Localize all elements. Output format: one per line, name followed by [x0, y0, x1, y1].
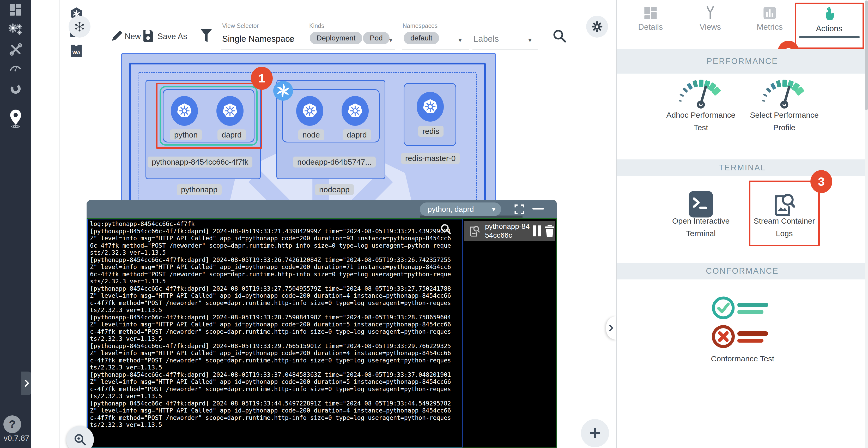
- annotation-badge-3: 3: [810, 170, 832, 193]
- annotation-badge-1: 1: [251, 67, 273, 90]
- kind-chip-deployment[interactable]: Deployment: [310, 32, 362, 44]
- lifecycle-gears-icon[interactable]: [9, 23, 23, 36]
- container-label: daprd: [343, 129, 371, 140]
- action-item-label[interactable]: Open Interactive: [659, 216, 743, 226]
- kinds-caption: Kinds: [309, 23, 324, 29]
- log-entry: [pythonapp-8454cc66c-4f7fk:daprd] 2024-0…: [90, 285, 451, 314]
- section-title: CONFORMANCE: [706, 266, 779, 276]
- tab-label: Details: [621, 23, 680, 32]
- sidebar-expand-tab[interactable]: [21, 371, 32, 395]
- shapes-dock: WA: [31, 0, 59, 448]
- add-button[interactable]: [581, 419, 609, 447]
- wasm-icon[interactable]: WA: [69, 44, 84, 58]
- interactive-terminal-icon[interactable]: [686, 190, 715, 219]
- pinwheel-icon: [273, 81, 293, 101]
- section-performance-header: PERFORMANCE: [617, 49, 868, 73]
- section-title: TERMINAL: [719, 163, 766, 173]
- view-selector-caret-icon[interactable]: ▾: [289, 36, 292, 44]
- container-redis[interactable]: [417, 92, 444, 122]
- adhoc-performance-gauge-icon[interactable]: [679, 76, 723, 112]
- tab-label: Metrics: [740, 23, 799, 32]
- search-icon[interactable]: [552, 28, 567, 44]
- pod-label: pythonapp-8454cc66c-4f7fk: [148, 156, 252, 168]
- conformance-test-icon[interactable]: [710, 295, 775, 352]
- performance-gauge-icon[interactable]: [9, 61, 23, 74]
- log-entry: [pythonapp-8454cc66c-4f7fk:daprd] 2024-0…: [90, 314, 451, 342]
- pod-label: redis-master-0: [401, 153, 460, 164]
- labels-select[interactable]: Labels: [473, 34, 499, 44]
- view-selector-value[interactable]: Single Namespace: [222, 34, 294, 44]
- action-item-label[interactable]: Adhoc Performance: [659, 111, 743, 120]
- panel-collapse-tab[interactable]: [606, 316, 616, 340]
- terminal-container-select[interactable]: python, daprd ▾: [420, 203, 501, 216]
- container-daprd-2[interactable]: [342, 96, 369, 126]
- action-item-label[interactable]: Profile: [743, 123, 826, 132]
- chevron-right-icon: [607, 324, 615, 332]
- log-entry: [pythonapp-8454cc66c-4f7fk:daprd] 2024-0…: [90, 228, 451, 257]
- configuration-tools-icon[interactable]: [9, 42, 23, 56]
- left-sidebar: ? v0.7.87: [0, 0, 31, 448]
- chevron-right-icon: [23, 379, 31, 388]
- deployment-label: nodeapp: [315, 184, 354, 195]
- namespaces-caret-icon[interactable]: ▾: [458, 36, 462, 44]
- kind-chip-pod[interactable]: Pod: [363, 32, 390, 44]
- session-row[interactable]: pythonapp-8454cc66c: [464, 221, 555, 241]
- plus-icon: [588, 426, 602, 441]
- labels-underline: [472, 50, 538, 50]
- section-terminal-header: TERMINAL: [617, 159, 868, 176]
- tab-views[interactable]: Views: [681, 0, 740, 50]
- pod-label: nodeapp-d64b5747...: [293, 156, 376, 168]
- view-selector-caption: View Selector: [222, 23, 259, 29]
- select-profile-gauge-icon[interactable]: [762, 76, 806, 112]
- save-as-button[interactable]: Save As: [157, 32, 187, 41]
- minimize-icon[interactable]: [532, 208, 544, 210]
- stream-logs-icon: [468, 224, 481, 238]
- namespaces-caption: Namespaces: [403, 23, 437, 29]
- terminal-select-caret-icon: ▾: [492, 205, 495, 213]
- pause-icon[interactable]: [532, 225, 542, 237]
- kinds-caret-icon[interactable]: ▾: [389, 36, 393, 44]
- save-icon: [142, 29, 154, 42]
- action-item-label[interactable]: Conformance Test: [701, 354, 784, 363]
- dashboard-icon[interactable]: [9, 3, 23, 17]
- action-item-label[interactable]: Select Performance: [743, 111, 826, 120]
- namespaces-underline: [402, 50, 469, 50]
- section-conformance-header: CONFORMANCE: [617, 263, 868, 279]
- kubernetes-icon: [300, 101, 319, 120]
- terminal-log-pane[interactable]: log:pythonapp-8454cc66c-4f7fk [pythonapp…: [87, 219, 463, 447]
- mesh-network-icon: [73, 21, 86, 33]
- trash-icon[interactable]: [544, 225, 555, 237]
- fullscreen-icon[interactable]: [514, 204, 525, 214]
- log-entry: [pythonapp-8454cc66c-4f7fk:daprd] 2024-0…: [90, 342, 451, 371]
- filter-funnel-icon[interactable]: [200, 28, 213, 43]
- kanvas-pin-icon[interactable]: [8, 109, 24, 128]
- log-entry: [pythonapp-8454cc66c-4f7fk:daprd] 2024-0…: [90, 400, 451, 429]
- action-item-label[interactable]: Test: [659, 123, 743, 132]
- new-button[interactable]: New: [125, 32, 141, 41]
- question-icon: ?: [9, 418, 16, 430]
- help-button[interactable]: ?: [3, 415, 21, 433]
- log-search-icon[interactable]: [440, 223, 452, 235]
- namespace-chip-default[interactable]: default: [404, 32, 439, 44]
- svg-text:WA: WA: [72, 50, 80, 55]
- labels-caret-icon[interactable]: ▾: [528, 36, 532, 44]
- kubernetes-icon: [421, 97, 440, 116]
- kinds-underline: [309, 50, 395, 50]
- metrics-icon: [763, 6, 777, 20]
- container-label: redis: [418, 126, 443, 137]
- session-label: pythonapp-8454cc66c: [485, 222, 532, 240]
- terminal-sessions-pane: [463, 219, 556, 447]
- terminal-container-select-value: python, daprd: [428, 205, 474, 214]
- action-item-label[interactable]: Terminal: [659, 229, 743, 238]
- pencil-icon: [111, 30, 122, 42]
- tab-details[interactable]: Details: [621, 0, 680, 50]
- extensions-pie-icon[interactable]: [9, 81, 23, 95]
- settings-button[interactable]: [586, 16, 608, 37]
- panel-scrollbar-thumb[interactable]: [865, 1, 868, 110]
- meshery-logo-button[interactable]: [69, 16, 91, 37]
- container-node[interactable]: [296, 96, 323, 126]
- gear-icon: [591, 20, 603, 33]
- zoom-in-icon: [73, 432, 87, 447]
- tab-label: Views: [681, 23, 740, 32]
- dapr-swirl-badge[interactable]: [273, 81, 293, 101]
